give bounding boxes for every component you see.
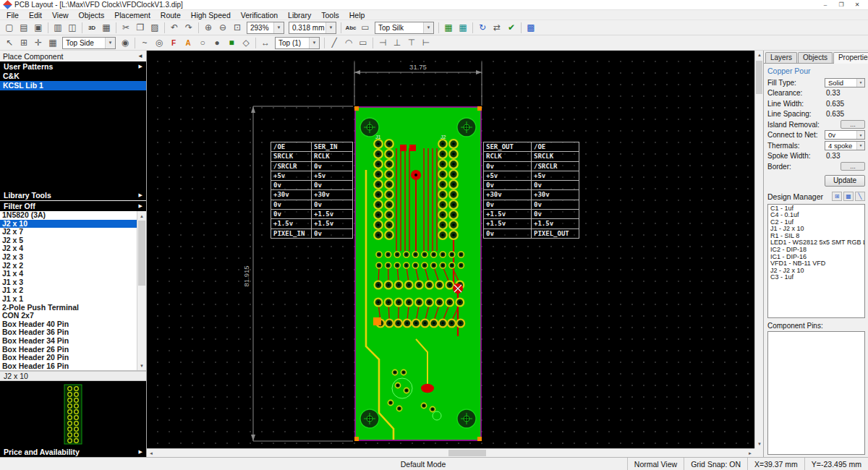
scrollbar-thumb[interactable] xyxy=(138,221,145,286)
origin-button[interactable]: ✛ xyxy=(31,36,46,50)
zoom-combobox[interactable]: 293% ▼ xyxy=(247,22,284,34)
redo-button[interactable]: ↷ xyxy=(182,21,196,35)
print-button[interactable]: ▥ xyxy=(51,21,65,35)
component-list-scrollbar[interactable]: ▲ ▼ xyxy=(137,211,146,370)
menu-item[interactable]: Verification xyxy=(236,10,283,20)
chevron-down-icon[interactable]: ▼ xyxy=(856,131,864,139)
paste-button[interactable]: ▨ xyxy=(148,21,162,35)
search-button[interactable]: ◉ xyxy=(118,36,132,50)
align-left-button[interactable]: ⊣ xyxy=(375,36,390,50)
component-list-item[interactable]: J1 x 4 xyxy=(0,270,137,278)
zoom-window-button[interactable]: ⊡ xyxy=(230,21,244,35)
line-width-value[interactable]: 0.635 xyxy=(825,100,844,108)
arc-tool-button[interactable]: ◠ xyxy=(341,36,356,50)
route-setup-button[interactable]: ▦ xyxy=(441,21,456,35)
menu-item[interactable]: View xyxy=(47,10,74,20)
zoom-out-button[interactable]: ⊖ xyxy=(216,21,230,35)
align-right-button[interactable]: ⊢ xyxy=(419,36,433,50)
menu-item[interactable]: Help xyxy=(344,10,370,20)
silk-text-button[interactable]: A xyxy=(181,36,195,50)
scroll-up-icon[interactable]: ▲ xyxy=(755,51,764,59)
autoroute-button[interactable]: ▦ xyxy=(456,21,470,35)
net-label-table-right[interactable]: SER_OUT /OE RCLK SRCLK 0v /SRCLR +5v +5v… xyxy=(483,142,579,239)
copper-pour-button[interactable]: ■ xyxy=(224,36,239,50)
close-icon[interactable]: ✕ xyxy=(849,0,865,9)
silk-layer-combobox[interactable]: Top Silk ▼ xyxy=(375,22,434,34)
polygon-tool-button[interactable]: ◇ xyxy=(239,36,253,50)
dock-toggle-icon[interactable]: ⊞ xyxy=(832,192,842,201)
align-top-button[interactable]: ⊤ xyxy=(404,36,419,50)
chevron-down-icon[interactable]: ▼ xyxy=(105,38,115,48)
tab-properties[interactable]: Properties xyxy=(833,52,868,64)
side-combobox[interactable]: Top Side ▼ xyxy=(62,37,116,49)
circle-tool-button[interactable]: ○ xyxy=(195,36,210,50)
price-availability-header[interactable]: Price and Availability ▶ xyxy=(0,447,146,457)
scroll-down-icon[interactable]: ▼ xyxy=(137,361,146,370)
canvas-vertical-scrollbar[interactable]: ▲ ▼ xyxy=(754,51,763,448)
component-list-item[interactable]: J2 x 3 xyxy=(0,253,137,262)
chevron-down-icon[interactable]: ▼ xyxy=(423,22,433,33)
collapse-panel-icon[interactable]: ◄ xyxy=(137,53,143,59)
zoom-in-button[interactable]: ⊕ xyxy=(201,21,216,35)
scrollbar-thumb[interactable] xyxy=(756,61,762,94)
pcb-canvas[interactable]: 31.75 81.915 xyxy=(147,51,754,448)
chevron-down-icon[interactable]: ▼ xyxy=(309,38,319,48)
route-trace-button[interactable]: ~ xyxy=(137,36,152,50)
mounting-hole[interactable] xyxy=(457,118,476,137)
print-preview-button[interactable]: ◫ xyxy=(65,21,80,35)
thermals-combobox[interactable]: 4 spoke ▼ xyxy=(825,141,865,150)
net-manager-button[interactable]: ▩ xyxy=(524,21,538,35)
fill-type-combobox[interactable]: Solid ▼ xyxy=(825,78,865,87)
compare-schematic-button[interactable]: ⇄ xyxy=(490,21,504,35)
signal-layer-combobox[interactable]: Top (1) ▼ xyxy=(275,37,320,49)
component-list-item[interactable]: Box Header 16 Pin xyxy=(0,362,137,370)
maximize-icon[interactable]: ❐ xyxy=(833,0,849,9)
menu-item[interactable]: Library xyxy=(283,10,316,20)
mounting-hole[interactable] xyxy=(457,409,476,428)
scrollbar-thumb[interactable] xyxy=(448,450,486,456)
component-list-item[interactable]: Box Header 34 Pin xyxy=(0,337,137,346)
chevron-down-icon[interactable]: ▼ xyxy=(856,142,864,150)
canvas-horizontal-scrollbar[interactable]: ◄ ► xyxy=(147,448,754,457)
grid-size-combobox[interactable]: 0.318 mm ▼ xyxy=(289,22,336,34)
chevron-down-icon[interactable]: ▼ xyxy=(326,22,336,33)
component-list-item[interactable]: CON 2x7 xyxy=(0,312,137,320)
island-removal-button[interactable]: ... xyxy=(841,120,865,129)
menu-item[interactable]: Route xyxy=(156,10,186,20)
connect-net-combobox[interactable]: 0v ▼ xyxy=(825,130,865,140)
pcb-board[interactable]: J1 J2 xyxy=(354,106,482,441)
board-outline-button[interactable]: ▦ xyxy=(46,36,60,50)
menu-item[interactable]: Tools xyxy=(316,10,344,20)
via-button[interactable]: ◎ xyxy=(152,36,166,50)
chevron-down-icon[interactable]: ▼ xyxy=(273,22,284,33)
component-list-item[interactable]: Box Header 20 Pin xyxy=(0,354,137,362)
chevron-down-icon[interactable]: ▼ xyxy=(856,79,864,87)
spoke-width-value[interactable]: 0.33 xyxy=(825,152,840,160)
pattern-editor-button[interactable]: ▦ xyxy=(99,21,114,35)
line-spacing-value[interactable]: 0.635 xyxy=(825,110,844,118)
net-label-table-left[interactable]: /OE SER_IN SRCLK RCLK /SRCLR 0v +5v +5v … xyxy=(271,142,353,239)
library-item[interactable]: C&K xyxy=(0,72,146,81)
open-file-button[interactable]: ▤ xyxy=(17,21,31,35)
verification-button[interactable]: ✔ xyxy=(504,21,519,35)
library-tools-header[interactable]: Library Tools ▶ xyxy=(0,190,146,200)
line-tool-button[interactable]: ╱ xyxy=(327,36,341,50)
menu-item[interactable]: High Speed xyxy=(186,10,236,20)
dimension-tool-button[interactable]: ↔ xyxy=(258,36,273,50)
multi-select-button[interactable]: ⊞ xyxy=(17,36,31,50)
align-bottom-button[interactable]: ⊥ xyxy=(390,36,404,50)
undo-button[interactable]: ↶ xyxy=(167,21,182,35)
tab-objects[interactable]: Objects xyxy=(798,52,833,63)
component-list-item[interactable]: J1 x 1 xyxy=(0,295,137,304)
clearance-value[interactable]: 0.33 xyxy=(825,89,840,97)
select-tool-button[interactable]: ↖ xyxy=(2,36,17,50)
3d-preview-button[interactable]: 3D xyxy=(85,21,99,35)
menu-item[interactable]: Placement xyxy=(109,10,156,20)
minimize-icon[interactable]: – xyxy=(817,0,833,9)
cut-button[interactable]: ✂ xyxy=(119,21,133,35)
tab-layers[interactable]: Layers xyxy=(765,52,797,63)
design-manager-panel-icon[interactable]: ▦ xyxy=(843,192,854,201)
border-button[interactable]: ... xyxy=(841,162,865,171)
fanout-button[interactable]: F xyxy=(166,36,181,50)
hide-panel-icon[interactable]: ╲ xyxy=(855,192,865,201)
